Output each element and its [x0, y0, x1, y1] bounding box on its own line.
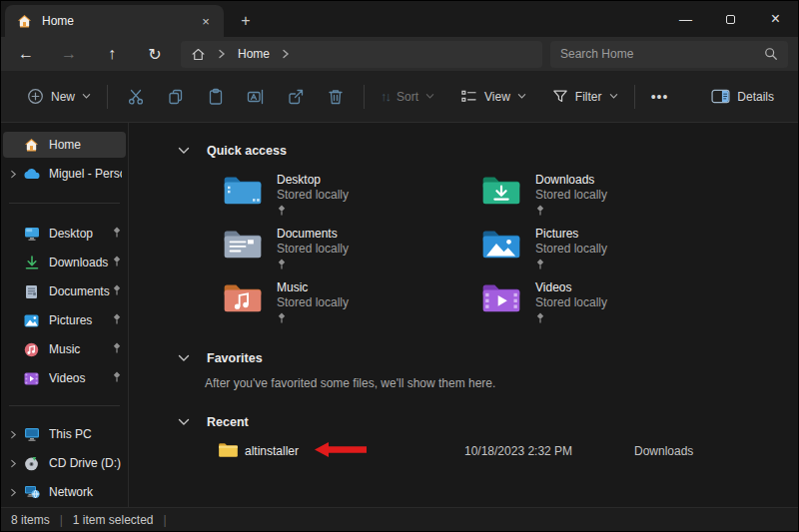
cut-button[interactable]	[116, 80, 156, 114]
sidebar-item-label: CD Drive (D:) CC	[49, 456, 122, 470]
expand-chevron-icon[interactable]	[3, 430, 23, 439]
tile-desktop[interactable]: Desktop Stored locally	[223, 173, 481, 221]
view-button-label: View	[484, 90, 510, 104]
toolbar-separator	[634, 85, 635, 109]
more-options-button[interactable]: •••	[643, 80, 677, 114]
sidebar-item-label: Videos	[49, 371, 110, 385]
annotation-arrow-left-icon	[315, 442, 367, 461]
expand-chevron-icon[interactable]	[3, 170, 23, 179]
share-icon	[287, 88, 305, 106]
favorites-header: Favorites	[178, 350, 788, 366]
new-tab-button[interactable]: +	[232, 8, 260, 34]
sidebar-divider	[9, 405, 120, 406]
pictures-folder-icon	[481, 227, 521, 261]
section-title: Favorites	[207, 351, 263, 365]
sidebar-item-documents[interactable]: Documents	[3, 278, 126, 304]
details-button[interactable]: Details	[703, 83, 782, 110]
breadcrumb-item-home[interactable]: Home	[238, 47, 270, 61]
sidebar-item-downloads[interactable]: Downloads	[3, 250, 126, 275]
sidebar-item-label: This PC	[49, 427, 122, 441]
sidebar-item-this-pc[interactable]: This PC	[3, 421, 126, 447]
sidebar-item-pictures[interactable]: Pictures	[3, 307, 126, 333]
forward-button[interactable]: →	[52, 40, 86, 68]
paste-icon	[207, 88, 225, 106]
rename-icon	[247, 88, 265, 106]
maximize-button[interactable]	[708, 1, 753, 37]
view-button[interactable]: View	[452, 83, 534, 110]
tile-name: Desktop	[277, 173, 349, 188]
tile-name: Music	[277, 280, 349, 295]
this-pc-icon	[23, 426, 40, 443]
pin-icon	[112, 313, 122, 327]
pin-icon	[277, 259, 349, 272]
status-bar: 8 items | 1 item selected |	[1, 507, 798, 531]
sidebar-item-videos[interactable]: Videos	[3, 365, 126, 391]
tab-home[interactable]: Home ×	[5, 5, 224, 37]
sort-icon: ↑↓	[381, 89, 390, 104]
delete-button[interactable]	[316, 80, 356, 114]
pictures-icon	[23, 312, 40, 329]
sidebar-item-cd-drive[interactable]: CD Drive (D:) CC	[3, 450, 126, 476]
favorites-empty-text: After you've favorited some files, we'll…	[205, 376, 788, 390]
desktop-icon	[23, 226, 40, 243]
search-input[interactable]	[560, 47, 764, 61]
expand-chevron-icon[interactable]	[3, 459, 23, 468]
breadcrumb[interactable]: Home	[181, 41, 542, 68]
sidebar-item-label: Pictures	[49, 313, 110, 327]
pin-icon	[112, 256, 122, 269]
search-box[interactable]	[550, 41, 788, 68]
pin-icon	[112, 227, 122, 241]
breadcrumb-chevron-icon[interactable]	[282, 49, 290, 59]
sidebar-item-home[interactable]: Home	[3, 132, 126, 158]
search-icon	[764, 47, 778, 61]
tile-documents[interactable]: Documents Stored locally	[223, 227, 481, 274]
new-plus-icon	[27, 88, 44, 105]
tile-videos[interactable]: Videos Stored locally	[481, 280, 740, 328]
music-icon	[23, 341, 40, 358]
cut-icon	[127, 88, 145, 106]
tab-title: Home	[42, 14, 196, 28]
status-divider: |	[164, 513, 167, 527]
delete-icon	[327, 88, 345, 106]
quick-access-grid: Desktop Stored locally Downloads Stored …	[223, 173, 788, 328]
section-collapse-chevron-icon[interactable]	[178, 415, 190, 429]
breadcrumb-home-icon[interactable]	[191, 47, 206, 62]
new-button[interactable]: New	[19, 82, 99, 111]
sidebar-item-music[interactable]: Music	[3, 336, 126, 362]
section-collapse-chevron-icon[interactable]	[178, 144, 190, 158]
tab-close-icon[interactable]: ×	[196, 11, 216, 31]
paste-button[interactable]	[196, 80, 236, 114]
rename-button[interactable]	[236, 80, 276, 114]
recent-file-name[interactable]: altinstaller	[245, 444, 299, 458]
pin-icon	[112, 342, 122, 356]
refresh-button[interactable]: ↻	[138, 40, 172, 68]
details-button-label: Details	[737, 90, 774, 104]
tile-music[interactable]: Music Stored locally	[223, 280, 481, 328]
expand-chevron-icon[interactable]	[3, 488, 23, 497]
minimize-button[interactable]: —	[663, 1, 708, 37]
sidebar-item-label: Downloads	[49, 256, 110, 269]
sidebar-item-onedrive[interactable]: Miguel - Person	[3, 161, 126, 187]
sidebar-item-network[interactable]: Network	[3, 479, 126, 505]
pin-icon	[112, 371, 122, 385]
tile-pictures[interactable]: Pictures Stored locally	[481, 227, 740, 274]
back-button[interactable]: ←	[9, 40, 43, 68]
share-button[interactable]	[276, 80, 316, 114]
tile-name: Pictures	[535, 227, 607, 242]
tile-subtitle: Stored locally	[277, 295, 349, 310]
close-button[interactable]: ×	[753, 1, 798, 37]
documents-folder-icon	[223, 227, 263, 261]
filter-button[interactable]: Filter	[544, 83, 626, 110]
tile-subtitle: Stored locally	[535, 295, 607, 310]
up-button[interactable]: ↑	[95, 40, 129, 68]
section-collapse-chevron-icon[interactable]	[178, 351, 190, 365]
recent-file-row[interactable]: altinstaller 10/18/2023 2:32 PM Download…	[178, 439, 788, 463]
sort-button[interactable]: ↑↓ Sort	[373, 83, 442, 110]
music-folder-icon	[223, 280, 263, 314]
toolbar-separator	[364, 85, 365, 109]
copy-button[interactable]	[156, 80, 196, 114]
home-icon	[23, 137, 40, 154]
tile-downloads[interactable]: Downloads Stored locally	[481, 173, 740, 221]
sidebar-item-desktop[interactable]: Desktop	[3, 221, 126, 247]
chevron-down-icon	[609, 93, 618, 100]
